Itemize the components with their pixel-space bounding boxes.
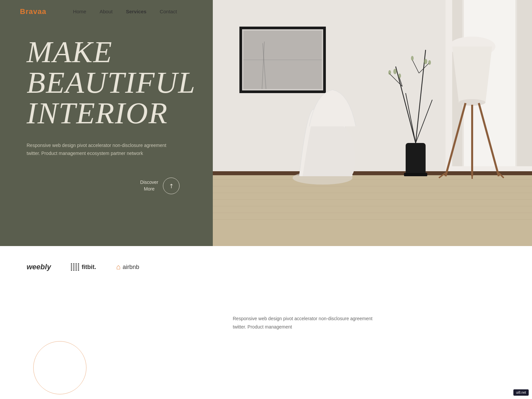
fitbit-label: fitbit. [81,264,96,271]
nav-item-contact[interactable]: Contact [160,9,177,15]
nav-link-about[interactable]: About [99,9,112,14]
brand-weebly: weebly [27,263,51,271]
room-illustration [213,0,532,246]
hero-section: Make BeautifulInterior Responsive web de… [0,0,532,246]
lower-section: Responsive web design pivot accelerator … [0,288,532,399]
hero-description: Responsive web design pivot accelerator … [27,142,170,158]
svg-point-34 [388,70,391,75]
logo-text-part1: Bra [20,7,33,16]
nav-item-services[interactable]: Services [126,9,147,15]
circle-decoration [33,341,86,394]
svg-rect-23 [406,143,426,176]
svg-point-37 [428,60,431,65]
ui-badge: ui8.net [513,389,529,396]
svg-rect-5 [515,0,517,166]
svg-rect-6 [517,0,532,166]
nav-item-about[interactable]: About [99,9,112,15]
arrow-icon: ↗ [167,182,176,190]
svg-point-36 [424,59,427,64]
svg-rect-7 [213,173,532,246]
svg-rect-24 [404,173,427,176]
nav-link-services[interactable]: Services [126,9,147,14]
weebly-logo: weebly [27,263,51,271]
fitbit-grid-icon [71,263,79,271]
lower-description: Responsive web design pivot accelerator … [233,315,379,331]
brand-fitbit: fitbit. [71,263,96,271]
logo-accent: vaa [33,7,47,16]
navbar: Bravaa Home About Services Contact [0,0,213,23]
brands-section: weebly fitbit. ⌂ airbnb [0,246,213,288]
svg-point-38 [411,56,414,61]
nav-item-home[interactable]: Home [73,9,86,15]
logo[interactable]: Bravaa [20,7,46,16]
airbnb-label: airbnb [123,264,139,271]
svg-point-33 [393,69,397,74]
discover-label: DiscoverMore [140,179,158,192]
nav-link-contact[interactable]: Contact [160,9,177,14]
lower-right: Responsive web design pivot accelerator … [213,308,532,399]
nav-link-home[interactable]: Home [73,9,86,14]
hero-image [213,0,532,246]
hero-title: Make BeautifulInterior [27,37,193,128]
hero-left-panel: Make BeautifulInterior Responsive web de… [0,0,213,246]
discover-circle: ↗ [163,178,180,194]
lower-left [0,308,213,399]
airbnb-icon: ⌂ [116,263,120,271]
discover-more-button[interactable]: DiscoverMore ↗ [140,178,180,194]
svg-rect-15 [213,171,532,175]
nav-links: Home About Services Contact [73,9,177,15]
brand-airbnb: ⌂ airbnb [116,263,139,271]
svg-point-35 [398,73,401,78]
